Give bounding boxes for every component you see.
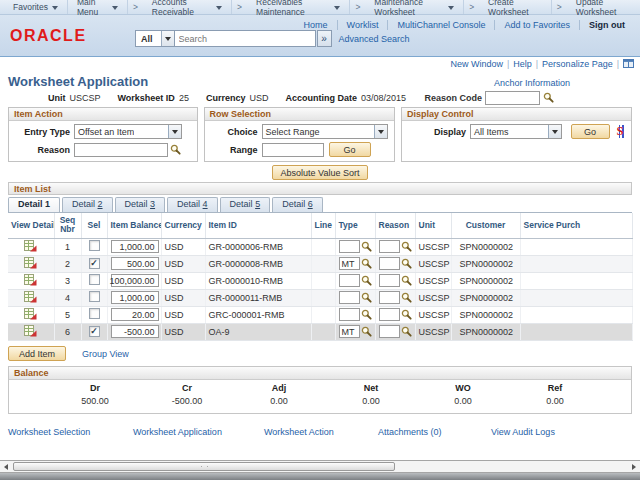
reason-input[interactable]	[379, 257, 400, 270]
view-detail-icon[interactable]	[24, 308, 37, 320]
type-lookup-icon[interactable]	[361, 309, 372, 320]
item-balance-input[interactable]: -500.00	[111, 325, 159, 338]
view-detail-icon[interactable]	[24, 291, 37, 303]
item-balance-input[interactable]: 500.00	[111, 257, 159, 270]
sel-checkbox[interactable]	[89, 326, 100, 337]
reason-lookup-icon[interactable]	[401, 292, 412, 303]
breadcrumb-item-favorites[interactable]: Favorites	[4, 0, 68, 14]
sel-checkbox[interactable]	[89, 240, 100, 251]
breadcrumb-item-receivables-maintenance[interactable]: Receivables Maintenance	[247, 0, 350, 14]
scroll-left-arrow[interactable]	[0, 461, 12, 472]
type-input[interactable]	[339, 308, 360, 321]
type-input[interactable]	[339, 291, 360, 304]
currency-format-icon[interactable]: S	[616, 125, 626, 139]
nav-link-worklist[interactable]: Worklist	[337, 20, 388, 30]
choice-select[interactable]: Select Range	[262, 124, 388, 139]
scroll-right-arrow[interactable]	[628, 461, 640, 472]
breadcrumb-item-create-worksheet[interactable]: Create Worksheet	[479, 0, 552, 14]
reason-lookup-icon[interactable]	[401, 309, 412, 320]
personalize-layout-icon[interactable]	[623, 59, 634, 68]
balance-label: Cr	[141, 383, 233, 393]
reason-input[interactable]	[379, 308, 400, 321]
tab-detail-6[interactable]: Detail 6	[272, 197, 323, 212]
view-detail-icon[interactable]	[24, 325, 37, 337]
absolute-value-sort-button[interactable]: Absolute Value Sort	[272, 165, 369, 180]
tab-detail-4[interactable]: Detail 4	[167, 197, 218, 212]
item-balance-input[interactable]: 1,000.00	[111, 240, 159, 253]
tab-detail-1[interactable]: Detail 1	[8, 197, 60, 212]
field-worksheet-id: Worksheet ID25	[118, 93, 189, 103]
type-lookup-icon[interactable]	[361, 275, 372, 286]
reason-lookup-icon[interactable]	[401, 326, 412, 337]
tab-detail-5[interactable]: Detail 5	[220, 197, 271, 212]
view-detail-icon[interactable]	[24, 240, 37, 252]
chevron-down-icon[interactable]	[168, 125, 181, 138]
type-input[interactable]: MT	[339, 325, 360, 338]
type-lookup-icon[interactable]	[361, 292, 372, 303]
search-input[interactable]	[175, 30, 316, 47]
type-input[interactable]: MT	[339, 257, 360, 270]
sel-checkbox[interactable]	[89, 308, 100, 319]
page-link-help[interactable]: Help	[509, 59, 536, 69]
nav-link-multichannel-console[interactable]: MultiChannel Console	[387, 20, 494, 30]
view-detail-icon[interactable]	[24, 274, 37, 286]
reason-lookup-icon[interactable]	[401, 241, 412, 252]
nav-link-sign-out[interactable]: Sign out	[579, 20, 634, 30]
footer-link-attachments-0[interactable]: Attachments (0)	[378, 427, 491, 439]
tab-detail-2[interactable]: Detail 2	[62, 197, 113, 212]
horizontal-scrollbar[interactable]	[0, 460, 640, 473]
item-balance-input[interactable]: 20.00	[111, 308, 159, 321]
reason-code-lookup-icon[interactable]	[543, 92, 554, 103]
advanced-search-link[interactable]: Advanced Search	[339, 34, 410, 44]
reason-lookup-icon[interactable]	[170, 144, 181, 155]
reason-input[interactable]	[379, 274, 400, 287]
type-input[interactable]	[339, 240, 360, 253]
footer-link-view-audit-logs[interactable]: View Audit Logs	[491, 427, 555, 439]
nav-link-add-to-favorites[interactable]: Add to Favorites	[494, 20, 579, 30]
breadcrumb-item-maintenance-worksheet[interactable]: Maintenance Worksheet	[365, 0, 464, 14]
range-input[interactable]	[262, 143, 324, 157]
type-lookup-icon[interactable]	[361, 326, 372, 337]
footer-link-worksheet-action[interactable]: Worksheet Action	[264, 427, 378, 439]
item-table: View DetailSeq NbrSelItem BalanceCurrenc…	[8, 213, 633, 341]
nav-link-home[interactable]: Home	[295, 20, 337, 30]
breadcrumb-item-accounts-receivable[interactable]: Accounts Receivable	[143, 0, 232, 14]
display-go-button[interactable]: Go	[571, 124, 610, 139]
breadcrumb-item-main-menu[interactable]: Main Menu	[68, 0, 128, 14]
item-balance-input[interactable]: 100,000.00	[111, 274, 159, 287]
breadcrumb-item-update-worksheet[interactable]: Update Worksheet	[567, 0, 640, 14]
search-submit-button[interactable]: »	[317, 30, 332, 47]
search-scope-select[interactable]: All	[135, 30, 175, 47]
footer-link-worksheet-selection[interactable]: Worksheet Selection	[8, 427, 133, 439]
scrollbar-thumb[interactable]	[13, 462, 395, 471]
type-lookup-icon[interactable]	[361, 258, 372, 269]
type-input[interactable]	[339, 274, 360, 287]
sel-checkbox[interactable]	[89, 274, 100, 285]
reason-input[interactable]	[379, 240, 400, 253]
reason-lookup-icon[interactable]	[401, 258, 412, 269]
reason-input[interactable]	[74, 143, 168, 157]
customer-value: SPN0000002	[451, 289, 520, 306]
display-select[interactable]: All Items	[470, 124, 562, 139]
reason-lookup-icon[interactable]	[401, 275, 412, 286]
add-item-button[interactable]: Add Item	[8, 346, 66, 361]
anchor-information-link[interactable]: Anchor Information	[494, 78, 570, 88]
sel-checkbox[interactable]	[89, 258, 100, 269]
entry-type-select[interactable]: Offset an Item	[74, 124, 182, 139]
tab-detail-3[interactable]: Detail 3	[115, 197, 166, 212]
reason-input[interactable]	[379, 325, 400, 338]
chevron-down-icon[interactable]	[548, 125, 561, 138]
reason-input[interactable]	[379, 291, 400, 304]
type-lookup-icon[interactable]	[361, 241, 372, 252]
page-link-personalize-page[interactable]: Personalize Page	[538, 59, 617, 69]
sel-checkbox[interactable]	[89, 291, 100, 302]
page-link-new-window[interactable]: New Window	[446, 59, 507, 69]
view-detail-icon[interactable]	[24, 257, 37, 269]
range-go-button[interactable]: Go	[329, 142, 371, 157]
chevron-down-icon[interactable]	[374, 125, 387, 138]
footer-link-worksheet-application[interactable]: Worksheet Application	[133, 427, 264, 439]
group-view-link[interactable]: Group View	[82, 349, 129, 359]
chevron-down-icon[interactable]	[161, 31, 174, 46]
item-balance-input[interactable]: 1,000.00	[111, 291, 159, 304]
reason-code-input[interactable]	[485, 91, 540, 105]
